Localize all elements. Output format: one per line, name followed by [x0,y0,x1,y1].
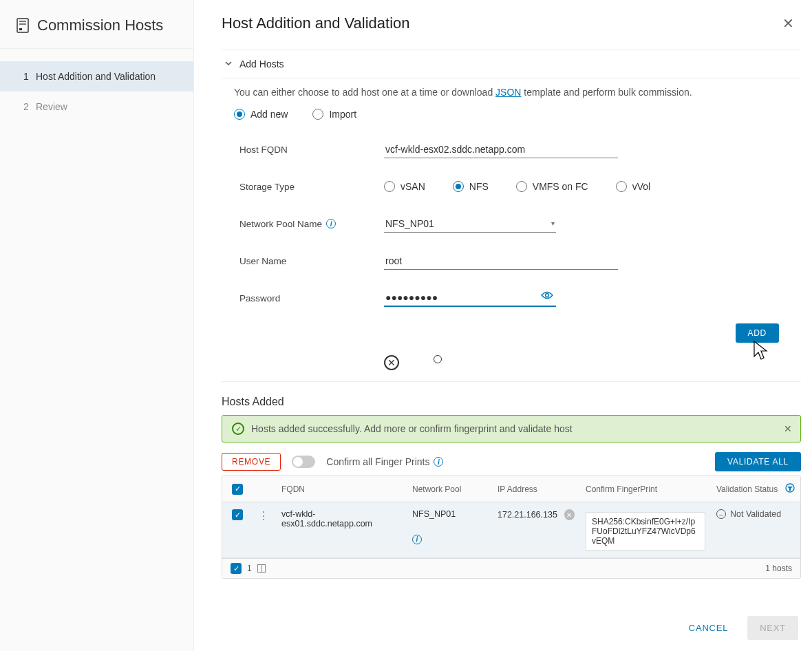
radio-import[interactable]: Import [312,109,356,120]
main-header: Host Addition and Validation ✕ [222,12,801,34]
total-hosts-label: 1 hosts [765,564,792,573]
columns-icon[interactable] [257,564,266,573]
footer-select-indicator[interactable]: ✓ [231,563,242,574]
user-name-label: User Name [239,256,384,266]
not-validated-icon: – [716,509,726,519]
chevron-down-icon: ▾ [551,220,555,227]
alert-close-icon[interactable]: ✕ [784,423,792,434]
empty-circle-icon [434,355,442,363]
select-value: NFS_NP01 [385,218,434,229]
reveal-password-icon[interactable] [541,290,553,302]
info-icon[interactable]: i [326,219,336,228]
step-number: 2 [23,101,36,112]
radio-icon [516,181,527,192]
check-circle-icon: ✓ [232,423,244,435]
radio-nfs[interactable]: NFS [453,181,489,192]
hosts-table-toolbar: REMOVE Confirm all Finger Prints i VALID… [222,452,801,471]
info-icon[interactable]: i [434,457,443,467]
storage-type-group: vSAN NFS VMFS on FC vVol [384,181,650,192]
confirm-all-fingerprints-label: Confirm all Finger Prints i [326,456,443,467]
cell-fingerprint: SHA256:CKbsinfE0G+l+z/IpFUoFDl2tLuYFZ47W… [580,502,711,557]
network-pool-label-text: Network Pool Name [239,219,322,229]
radio-label: Add new [250,109,288,120]
add-host-form: Host FQDN Storage Type vSAN NFS VMFS on … [222,124,801,323]
extra-icons-row: ✕ [222,351,801,381]
add-hosts-toggle[interactable]: Add Hosts [222,50,801,78]
step-number: 1 [23,71,36,82]
password-input[interactable] [384,289,556,307]
cell-network-pool: NFS_NP01 i [407,502,492,551]
selected-count: 1 [247,564,252,573]
row-checkbox[interactable]: ✓ [232,509,243,520]
info-icon[interactable]: i [412,535,422,544]
hosts-icon [17,18,29,33]
cell-validation-status: – Not Validated [711,502,800,526]
col-validation-status[interactable]: Validation Status [711,476,800,502]
radio-add-new[interactable]: Add new [234,109,288,120]
mode-radio-group: Add new Import [222,99,801,124]
col-ip-address[interactable]: IP Address [492,478,580,501]
wizard-step-review[interactable]: 2 Review [0,92,193,122]
wizard-steps: 1 Host Addition and Validation 2 Review [0,61,193,122]
filter-icon[interactable] [785,483,795,495]
alert-text: Hosts added successfully. Add more or co… [251,423,573,434]
radio-vvol[interactable]: vVol [616,181,650,192]
step-label: Host Addition and Validation [36,71,156,82]
hosts-added-title: Hosts Added [222,382,801,415]
row-actions-icon[interactable]: ⋮ [258,510,269,522]
json-template-link[interactable]: JSON [495,87,521,98]
radio-label: VMFS on FC [533,181,588,192]
page-title: Host Addition and Validation [222,14,410,32]
add-button-row: ADD [222,323,801,351]
col-confirm-fingerprint[interactable]: Confirm FingerPrint [580,478,711,501]
host-fqdn-label: Host FQDN [239,145,384,155]
radio-label: vSAN [400,181,425,192]
host-fqdn-input[interactable] [384,141,618,158]
close-icon[interactable]: ✕ [780,12,797,34]
password-label: Password [239,293,384,303]
radio-icon [384,181,395,192]
add-button[interactable]: ADD [736,323,780,343]
svg-rect-3 [19,28,22,30]
cell-fqdn: vcf-wkld-esx01.sddc.netapp.com [276,502,407,535]
confirm-all-fingerprints-toggle[interactable] [292,456,315,468]
network-pool-select[interactable]: NFS_NP01 ▾ [384,215,556,233]
wizard-footer: CANCEL NEXT [679,616,798,640]
fingerprint-text: SHA256:CKbsinfE0G+l+z/IpFUoFDl2tLuYFZ47W… [586,512,705,551]
hosts-table: ✓ FQDN Network Pool IP Address Confirm F… [222,476,801,579]
radio-label: Import [329,109,356,120]
svg-rect-0 [17,19,28,32]
step-label: Review [36,101,67,112]
radio-vsan[interactable]: vSAN [384,181,425,192]
col-network-pool[interactable]: Network Pool [407,478,492,501]
radio-vmfs-fc[interactable]: VMFS on FC [516,181,588,192]
remove-button[interactable]: REMOVE [222,453,281,471]
intro-text: You can either choose to add host one at… [222,78,801,99]
select-all-checkbox[interactable]: ✓ [232,484,243,495]
sidebar-header: Commission Hosts [0,11,193,49]
next-button[interactable]: NEXT [747,616,798,640]
col-fqdn[interactable]: FQDN [276,478,407,501]
add-hosts-header-label: Add Hosts [239,58,284,70]
main-panel: Host Addition and Validation ✕ Add Hosts… [194,0,812,651]
intro-post: template and perform bulk commission. [521,87,692,98]
clear-circle-icon[interactable]: ✕ [384,355,399,370]
clear-icon[interactable]: ✕ [564,509,575,520]
cancel-button[interactable]: CANCEL [679,616,738,640]
wizard-step-host-addition[interactable]: 1 Host Addition and Validation [0,61,193,92]
validate-all-button[interactable]: VALIDATE ALL [715,452,801,471]
sidebar: Commission Hosts 1 Host Addition and Val… [0,0,194,651]
storage-type-label: Storage Type [239,182,384,192]
radio-label: NFS [469,181,489,192]
table-header-row: ✓ FQDN Network Pool IP Address Confirm F… [222,476,800,502]
cell-ip: 172.21.166.135 ✕ [492,502,580,527]
table-footer: ✓ 1 1 hosts [222,558,800,578]
user-name-input[interactable] [384,253,618,270]
radio-icon [453,181,464,192]
add-hosts-panel: Add Hosts [222,50,801,78]
table-row[interactable]: ✓ ⋮ vcf-wkld-esx01.sddc.netapp.com NFS_N… [222,502,800,558]
radio-icon [616,181,627,192]
network-pool-label: Network Pool Name i [239,219,384,229]
svg-point-4 [546,294,549,297]
chevron-down-icon [224,58,233,70]
